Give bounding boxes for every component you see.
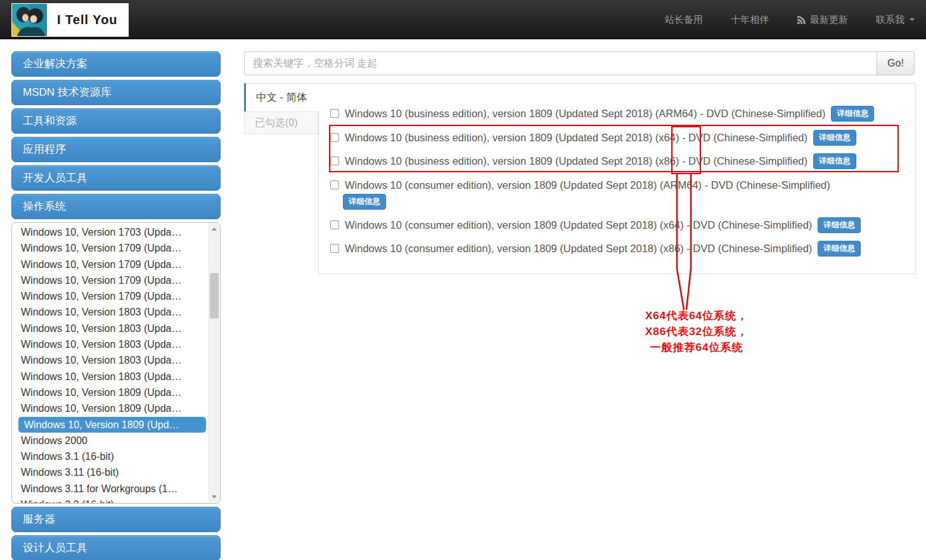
os-list-item-selected[interactable]: Windows 10, Version 1809 (Upd… — [18, 417, 206, 433]
row-checkbox[interactable] — [330, 109, 339, 118]
os-list-item[interactable]: Windows 10, Version 1803 (Upda… — [13, 352, 209, 368]
result-row: Windows 10 (business edition), version 1… — [330, 153, 910, 169]
scroll-down-button[interactable] — [209, 492, 219, 502]
sidebar-category-msdn-library[interactable]: MSDN 技术资源库 — [11, 80, 221, 105]
os-list-items: Windows 10, Version 1703 (Upda…Windows 1… — [13, 224, 209, 503]
result-row: Windows 10 (consumer edition), version 1… — [330, 177, 910, 193]
sidebar-category-developer-tools[interactable]: 开发人员工具 — [11, 165, 221, 191]
nav-link-label: 最新更新 — [810, 14, 848, 26]
top-navbar: I Tell You 站长备用 十年相伴 最新更新 联系我 — [0, 0, 926, 39]
annotation-line: 一般推荐64位系统 — [629, 340, 764, 355]
nav-link-latest-updates[interactable]: 最新更新 — [797, 14, 848, 26]
nav-link-backup[interactable]: 站长备用 — [665, 14, 703, 26]
logo-image — [12, 4, 47, 36]
nav-link-label: 联系我 — [876, 14, 904, 26]
nav-link-contact-dropdown[interactable]: 联系我 — [876, 14, 915, 26]
annotation-text: X64代表64位系统， X86代表32位系统， 一般推荐64位系统 — [629, 308, 764, 355]
row-checkbox[interactable] — [330, 181, 339, 189]
os-list-item[interactable]: Windows 10, Version 1709 (Upda… — [13, 272, 209, 288]
os-list-item[interactable]: Windows 3.11 (16-bit) — [13, 464, 209, 480]
sidebar-category-designer-tools[interactable]: 设计人员工具 — [11, 535, 221, 560]
os-list-item[interactable]: Windows 10, Version 1803 (Upda… — [13, 321, 209, 336]
os-list-item[interactable]: Windows 10, Version 1803 (Upda… — [13, 369, 209, 385]
go-button[interactable]: Go! — [877, 51, 915, 75]
scroll-up-icon — [212, 227, 217, 231]
os-list-item[interactable]: Windows 10, Version 1709 (Upda… — [13, 257, 209, 272]
result-row: Windows 10 (consumer edition), version 1… — [330, 217, 910, 233]
detail-info-button[interactable]: 详细信息 — [831, 106, 874, 122]
detail-info-button[interactable]: 详细信息 — [818, 217, 861, 233]
detail-info-button[interactable]: 详细信息 — [343, 194, 386, 210]
os-list-item[interactable]: Windows 10, Version 1803 (Upda… — [13, 336, 209, 352]
tab-checked-items[interactable]: 已勾选(0) — [244, 111, 318, 134]
result-row: Windows 10 (business edition), version 1… — [330, 105, 910, 122]
row-label: Windows 10 (consumer edition), version 1… — [345, 243, 812, 255]
tab-chinese-simplified[interactable]: 中文 - 简体 — [244, 83, 319, 111]
scroll-down-icon — [212, 495, 217, 499]
nav-link-label: 十年相伴 — [731, 14, 769, 26]
scrollbar-thumb[interactable] — [210, 273, 219, 319]
caret-down-icon — [910, 18, 915, 21]
site-logo[interactable]: I Tell You — [11, 3, 129, 37]
os-list-item[interactable]: Windows 10, Version 1709 (Upda… — [13, 240, 209, 256]
sidebar-category-applications[interactable]: 应用程序 — [11, 137, 221, 162]
os-list-item[interactable]: Windows 10, Version 1709 (Upda… — [13, 288, 209, 304]
row-label: Windows 10 (consumer edition), version 1… — [345, 219, 812, 231]
os-list: Windows 10, Version 1703 (Upda…Windows 1… — [11, 222, 221, 504]
detail-info-button[interactable]: 详细信息 — [818, 241, 861, 257]
logo-title: I Tell You — [47, 4, 128, 36]
sidebar-category-enterprise-solutions[interactable]: 企业解决方案 — [11, 51, 221, 77]
result-row: Windows 10 (business edition), version 1… — [330, 129, 910, 146]
sidebar: 企业解决方案 MSDN 技术资源库 工具和资源 应用程序 开发人员工具 操作系统… — [11, 51, 221, 560]
row-checkbox[interactable] — [330, 156, 339, 165]
nav-link-label: 站长备用 — [665, 14, 703, 26]
detail-info-button[interactable]: 详细信息 — [813, 130, 856, 146]
detail-info-button[interactable]: 详细信息 — [813, 153, 856, 169]
search-input[interactable] — [244, 51, 877, 75]
nav-link-tenyears[interactable]: 十年相伴 — [731, 14, 769, 26]
sidebar-category-tools-resources[interactable]: 工具和资源 — [11, 108, 221, 134]
row-checkbox[interactable] — [330, 244, 339, 253]
row-label: Windows 10 (business edition), version 1… — [345, 155, 807, 167]
os-list-item[interactable]: Windows 10, Version 1803 (Upda… — [13, 304, 209, 320]
result-row: Windows 10 (consumer edition), version 1… — [330, 240, 910, 257]
row-label: Windows 10 (business edition), version 1… — [345, 108, 825, 120]
sidebar-category-operating-systems[interactable]: 操作系统 — [11, 194, 221, 219]
scroll-up-button[interactable] — [209, 224, 219, 234]
row-label: Windows 10 (consumer edition), version 1… — [345, 179, 830, 191]
os-list-item[interactable]: Windows 10, Version 1703 (Upda… — [13, 224, 209, 240]
sidebar-category-servers[interactable]: 服务器 — [11, 507, 221, 532]
page: I Tell You 站长备用 十年相伴 最新更新 联系我 — [0, 0, 926, 560]
row-checkbox[interactable] — [330, 220, 339, 229]
row-label: Windows 10 (business edition), version 1… — [345, 132, 807, 144]
os-list-item[interactable]: Windows 3.1 (16-bit) — [13, 449, 209, 464]
os-list-item[interactable]: Windows 10, Version 1809 (Upda… — [13, 400, 209, 416]
os-list-item[interactable]: Windows 3.2 (16-bit) — [13, 497, 209, 503]
row-checkbox[interactable] — [330, 133, 339, 142]
os-list-scrollbar[interactable] — [209, 224, 219, 502]
os-list-item[interactable]: Windows 3.11 for Workgroups (1… — [13, 481, 209, 497]
annotation-line: X64代表64位系统， — [629, 308, 764, 324]
annotation-line: X86代表32位系统， — [629, 324, 764, 340]
navbar-links: 站长备用 十年相伴 最新更新 联系我 — [665, 0, 915, 39]
rss-icon — [797, 15, 806, 25]
results-panel: Windows 10 (business edition), version 1… — [318, 83, 916, 274]
os-list-item[interactable]: Windows 2000 — [13, 433, 209, 449]
os-list-item[interactable]: Windows 10, Version 1809 (Upda… — [13, 385, 209, 400]
